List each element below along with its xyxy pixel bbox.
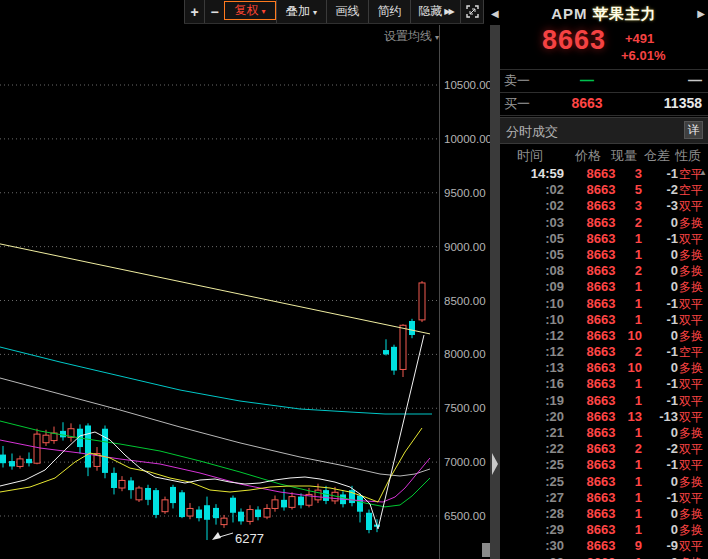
- tick-oi-change: -9: [644, 538, 678, 554]
- tick-row[interactable]: :32866310多换: [500, 555, 708, 559]
- contract-header: ◀ APM 苹果主力 ▶: [500, 5, 708, 25]
- tick-row[interactable]: :08866320多换: [500, 263, 708, 279]
- hide-label: 隐藏: [418, 3, 442, 20]
- tick-row[interactable]: :1086631-1双平: [500, 296, 708, 312]
- tick-row[interactable]: :138663100多换: [500, 360, 708, 376]
- tick-volume: 1: [612, 474, 642, 490]
- chevron-down-icon: ▾: [261, 7, 265, 16]
- separator: [500, 115, 708, 116]
- tick-nature: 双平: [679, 409, 703, 425]
- tick-nature: 多换: [679, 555, 703, 559]
- tick-rows: 14:5986633-1空平:0286635-2空平:0286633-3双平:0…: [500, 166, 708, 559]
- tick-nature: 双平: [679, 376, 703, 392]
- tick-volume: 2: [612, 441, 642, 457]
- tick-trades-title: 分时成交: [506, 123, 558, 141]
- tick-row[interactable]: :09866310多换: [500, 279, 708, 295]
- zoom-out-button[interactable]: −: [204, 0, 224, 23]
- tick-volume: 1: [612, 457, 642, 473]
- tick-row[interactable]: :3086639-9双平: [500, 538, 708, 554]
- svg-text:6500.00: 6500.00: [444, 510, 486, 522]
- tick-time: :08: [514, 263, 564, 279]
- next-contract-arrow-icon[interactable]: ▶: [697, 8, 705, 19]
- tick-row[interactable]: 14:5986633-1空平: [500, 166, 708, 182]
- adjust-price-dropdown[interactable]: 复权 ▾: [224, 1, 276, 20]
- tick-time: :12: [514, 328, 564, 344]
- panel-divider[interactable]: [490, 25, 500, 559]
- tick-row[interactable]: :03866320多换: [500, 215, 708, 231]
- tick-row[interactable]: :1086631-1双平: [500, 312, 708, 328]
- tick-time: :25: [514, 457, 564, 473]
- trading-app-window: 10500.0010000.009500.009000.008500.00800…: [0, 0, 708, 559]
- detail-button[interactable]: 详: [684, 121, 703, 139]
- tick-row[interactable]: :1986631-1双平: [500, 393, 708, 409]
- contract-code: APM: [551, 5, 587, 22]
- tick-row[interactable]: :05866310多换: [500, 247, 708, 263]
- tick-time: :05: [514, 247, 564, 263]
- prev-contract-arrow-icon[interactable]: ◀: [491, 8, 499, 19]
- tick-time: :10: [514, 312, 564, 328]
- svg-text:7500.00: 7500.00: [444, 402, 486, 414]
- tick-row[interactable]: :28866310多换: [500, 506, 708, 522]
- tick-row[interactable]: :2286632-2双平: [500, 441, 708, 457]
- chevron-down-icon: ▾: [435, 33, 439, 42]
- tick-oi-change: 0: [644, 247, 678, 263]
- zoom-in-button[interactable]: +: [184, 0, 204, 23]
- tick-volume: 9: [612, 538, 642, 554]
- tick-row[interactable]: :1286632-1空平: [500, 344, 708, 360]
- tick-nature: 双平: [679, 441, 703, 457]
- tick-nature: 多换: [679, 360, 703, 376]
- tick-volume: 13: [612, 409, 642, 425]
- tick-nature: 双平: [679, 312, 703, 328]
- simple-mode-button[interactable]: 简约: [368, 0, 410, 23]
- candlestick-chart[interactable]: 10500.0010000.009500.009000.008500.00800…: [0, 0, 490, 559]
- tick-oi-change: -1: [644, 296, 678, 312]
- tick-row[interactable]: :0286635-2空平: [500, 182, 708, 198]
- collapse-panel-arrow-icon[interactable]: [492, 453, 498, 475]
- tick-volume: 5: [612, 182, 642, 198]
- svg-text:8500.00: 8500.00: [444, 295, 486, 307]
- double-right-arrow-icon: ▶▶: [444, 7, 452, 16]
- tick-volume: 1: [612, 425, 642, 441]
- tick-row[interactable]: :1686631-1双平: [500, 376, 708, 392]
- tick-row[interactable]: :2786631-1双平: [500, 490, 708, 506]
- ma-long-yellow: [0, 244, 430, 334]
- scroll-up-arrow-icon[interactable]: ▲: [699, 168, 707, 177]
- fullscreen-button[interactable]: [460, 0, 484, 23]
- column-header-3: 仓差: [644, 147, 670, 165]
- ask-price: —: [556, 72, 618, 88]
- tick-row[interactable]: :2586631-1双平: [500, 457, 708, 473]
- tick-row[interactable]: :0286633-3双平: [500, 198, 708, 214]
- hide-button[interactable]: 隐藏 ▶▶: [410, 0, 460, 23]
- tick-row[interactable]: :128663100多换: [500, 328, 708, 344]
- tick-row[interactable]: :29866310多换: [500, 522, 708, 538]
- tick-volume: 1: [612, 555, 642, 559]
- tick-nature: 空平: [679, 182, 703, 198]
- ma-settings-button[interactable]: 设置均线▾: [384, 28, 439, 45]
- tick-row[interactable]: :20866313-13双平: [500, 409, 708, 425]
- chart-canvas[interactable]: 10500.0010000.009500.009000.008500.00800…: [0, 0, 490, 559]
- contract-title: APM 苹果主力: [551, 5, 657, 22]
- tick-time: :29: [514, 522, 564, 538]
- overlay-dropdown[interactable]: 叠加 ▾: [276, 0, 326, 23]
- tick-nature: 多换: [679, 328, 703, 344]
- tick-oi-change: -2: [644, 182, 678, 198]
- adjust-price-label: 复权: [234, 2, 258, 19]
- tick-time: :05: [514, 231, 564, 247]
- low-annotation: 6277: [212, 531, 264, 546]
- tick-row[interactable]: :0586631-1双平: [500, 231, 708, 247]
- tick-oi-change: -2: [644, 441, 678, 457]
- tick-volume: 10: [612, 328, 642, 344]
- tick-nature: 多换: [679, 279, 703, 295]
- bid-label: 买一: [504, 95, 530, 113]
- draw-line-button[interactable]: 画线: [326, 0, 368, 23]
- tick-nature: 双平: [679, 457, 703, 473]
- svg-text:6277: 6277: [235, 531, 264, 546]
- fullscreen-icon: [466, 5, 479, 18]
- tick-row[interactable]: :21866310多换: [500, 425, 708, 441]
- tick-time: :25: [514, 474, 564, 490]
- tick-row[interactable]: :25866310多换: [500, 474, 708, 490]
- tick-volume: 1: [612, 247, 642, 263]
- tick-nature: 多换: [679, 247, 703, 263]
- tick-nature: 双平: [679, 296, 703, 312]
- tick-oi-change: 0: [644, 555, 678, 559]
